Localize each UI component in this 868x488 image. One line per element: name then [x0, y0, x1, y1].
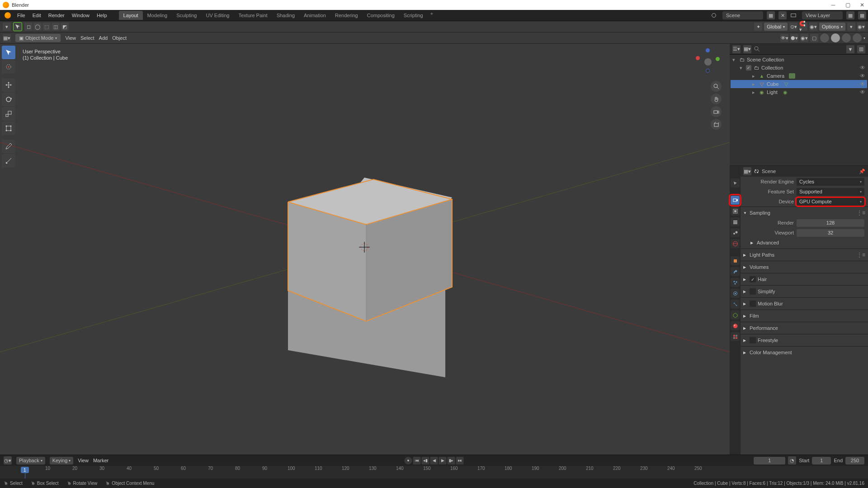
ws-texturepaint[interactable]: Texture Paint [234, 11, 272, 20]
timeline-marker-menu[interactable]: Marker [93, 458, 108, 463]
blender-icon[interactable] [5, 12, 11, 19]
panel-freestyle-header[interactable]: ▶Freestyle [741, 335, 868, 345]
select-circle-icon[interactable]: ◯ [33, 23, 42, 31]
minimize-button[interactable]: ─ [830, 2, 836, 8]
panel-lightpaths-header[interactable]: ▶Light Paths⋮≡ [741, 250, 868, 260]
ws-scripting[interactable]: Scripting [399, 11, 428, 20]
ws-modeling[interactable]: Modeling [143, 11, 172, 20]
tab-world[interactable] [731, 239, 740, 248]
shading-matpreview-icon[interactable] [842, 33, 851, 42]
tab-object[interactable] [731, 256, 740, 265]
tab-physics[interactable] [731, 289, 740, 298]
viewport-samples-field[interactable]: 32 [797, 229, 864, 237]
options-dropdown[interactable]: Options ▾ [819, 23, 845, 31]
play-button[interactable]: ▶ [439, 457, 447, 465]
visibility-eye-icon[interactable]: 👁 [860, 89, 865, 95]
tab-material[interactable] [731, 321, 740, 330]
current-frame-field[interactable]: 1 [754, 457, 785, 465]
device-dropdown[interactable]: GPU Compute▾ [797, 198, 864, 206]
end-frame-field[interactable]: 250 [845, 457, 864, 465]
feature-set-dropdown[interactable]: Supported▾ [797, 188, 864, 196]
orientation-icon[interactable]: ✦ [754, 23, 762, 31]
shading-rendered-icon[interactable] [853, 33, 862, 42]
tab-texture[interactable] [731, 332, 740, 341]
playhead[interactable]: 1 [21, 467, 29, 473]
jump-start-button[interactable]: ⏮ [413, 457, 421, 465]
tab-output[interactable] [731, 206, 740, 216]
scene-browse-button[interactable]: ▦ [767, 11, 775, 19]
visibility-eye-icon[interactable]: 👁 [860, 73, 865, 79]
motionblur-checkbox[interactable] [750, 300, 756, 307]
jump-end-button[interactable]: ⏭ [456, 457, 464, 465]
pin-icon[interactable]: 📌 [859, 169, 865, 174]
menu-file[interactable]: File [14, 13, 29, 18]
tab-modifier[interactable] [731, 267, 740, 276]
mode-dropdown[interactable]: ▣ Object Mode ▾ [15, 34, 61, 42]
tab-mesh-data[interactable] [731, 310, 740, 319]
outliner-filter-icon[interactable]: ▼ [846, 45, 854, 53]
ws-sculpting[interactable]: Sculpting [172, 11, 201, 20]
menu-render[interactable]: Render [45, 13, 68, 18]
viewlayer-field[interactable]: View Layer [802, 11, 843, 19]
outliner-search[interactable] [754, 46, 844, 52]
panel-options-icon[interactable]: ⋮≡ [857, 210, 865, 216]
tab-scene[interactable] [731, 228, 740, 237]
timeline-ruler[interactable]: 1 10 20 30 40 50 60 70 80 90 100 110 120… [0, 466, 868, 479]
add-workspace-button[interactable]: + [428, 11, 436, 20]
select-more-icon[interactable]: ◩ [61, 23, 69, 31]
outliner-display-icon[interactable]: ▦▾ [743, 45, 751, 53]
scene-new-button[interactable]: ✕ [778, 11, 787, 19]
tree-item-light[interactable]: ▸ ◉ Light ◉ 👁 [731, 88, 867, 96]
start-frame-field[interactable]: 1 [812, 457, 831, 465]
playback-dropdown[interactable]: Playback▾ [16, 457, 45, 465]
viewlayer-browse-button[interactable]: ▦ [846, 11, 854, 19]
pivot-icon[interactable]: ⊙▾ [789, 23, 797, 31]
maximize-button[interactable]: ▢ [844, 2, 851, 8]
panel-motionblur-header[interactable]: ▶Motion Blur [741, 299, 868, 309]
menu-window[interactable]: Window [68, 13, 93, 18]
select-menu[interactable]: Select [80, 35, 94, 41]
editor-type-dropdown[interactable]: ▦▾ [3, 34, 11, 42]
simplify-checkbox[interactable] [750, 288, 756, 295]
gizmo-icon[interactable]: ⬢▾ [790, 34, 798, 42]
gizmo-toggle-icon[interactable]: ▾ [847, 23, 855, 31]
visibility-eye-icon[interactable]: 👁 [860, 65, 865, 71]
panel-hair-header[interactable]: ▶Hair [741, 274, 868, 284]
tree-collection[interactable]: ▾ ✓ 🗀 Collection 👁 [731, 64, 867, 72]
render-engine-dropdown[interactable]: Cycles▾ [797, 178, 864, 186]
cursor-tool-icon[interactable] [14, 23, 22, 31]
menu-help[interactable]: Help [93, 13, 111, 18]
render-samples-field[interactable]: 128 [797, 219, 864, 227]
freestyle-checkbox[interactable] [750, 337, 756, 343]
panel-film-header[interactable]: ▶Film [741, 311, 868, 321]
3d-viewport[interactable]: User Perspective (1) Collection | Cube [0, 44, 730, 455]
panel-colormgmt-header[interactable]: ▶Color Management [741, 347, 868, 357]
object-menu[interactable]: Object [112, 35, 127, 41]
panel-options-icon[interactable]: ⋮≡ [857, 252, 865, 258]
shading-wire-icon[interactable] [820, 33, 829, 42]
outliner-new-collection-icon[interactable]: ▥ [857, 45, 865, 53]
ws-layout[interactable]: Layout [119, 11, 143, 20]
collection-checkbox[interactable]: ✓ [746, 65, 751, 70]
tab-particle[interactable] [731, 278, 740, 287]
view-menu[interactable]: View [65, 35, 76, 41]
ws-compositing[interactable]: Compositing [363, 11, 399, 20]
ws-shading[interactable]: Shading [272, 11, 299, 20]
select-invert-icon[interactable]: ◫ [52, 23, 60, 31]
keying-dropdown[interactable]: Keying▾ [50, 457, 74, 465]
tree-item-camera[interactable]: ▸ ▲ Camera 👁 [731, 72, 867, 80]
tree-item-cube[interactable]: ▸ ▽ Cube ▽ 👁 [731, 80, 867, 88]
panel-sampling-header[interactable]: ▼Sampling⋮≡ [741, 208, 868, 218]
play-reverse-button[interactable]: ◀ [430, 457, 438, 465]
expand-icon[interactable]: ▾ [732, 57, 737, 63]
preview-range-icon[interactable]: ◔ [788, 456, 796, 465]
ws-animation[interactable]: Animation [299, 11, 330, 20]
snap-icon[interactable]: 🧲▾ [799, 23, 807, 31]
proportional-icon[interactable]: ◉▾ [809, 23, 817, 31]
prev-keyframe-button[interactable]: ◂▮ [422, 457, 429, 465]
select-lasso-icon[interactable]: ⬚ [42, 23, 51, 31]
overlay-toggle-icon[interactable]: ◉▾ [857, 23, 865, 31]
expand-icon[interactable]: ▾ [740, 65, 744, 71]
xray-icon[interactable]: ▢ [810, 34, 818, 42]
tree-scene-collection[interactable]: ▾ 🗀 Scene Collection [731, 56, 867, 64]
